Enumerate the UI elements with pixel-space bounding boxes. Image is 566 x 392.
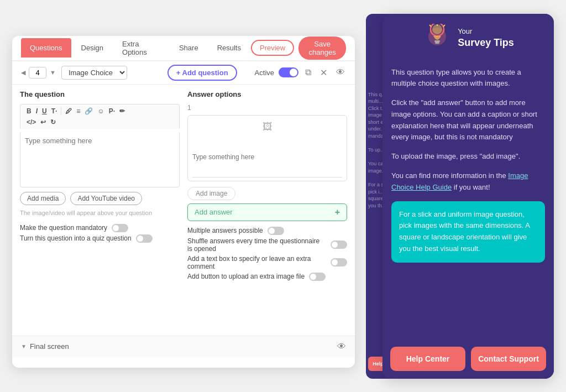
rich-link[interactable]: 🔗 <box>83 107 95 116</box>
add-youtube-button[interactable]: Add YouTube video <box>70 192 142 205</box>
editor-panel: Questions Design Extra Options Share Res… <box>12 36 355 368</box>
tips-body: This question type allows you to create … <box>382 59 554 339</box>
rich-bold[interactable]: B <box>25 107 33 116</box>
textbox-label: Add a text box to specify or leave an ex… <box>187 255 326 270</box>
tips-text-1: This question type allows you to create … <box>391 67 545 90</box>
eye-icon[interactable]: 👁 <box>334 66 347 79</box>
rich-code[interactable]: </> <box>25 118 38 127</box>
question-nav: ◀ ▼ <box>20 67 57 79</box>
question-section: The question B I U T· 🖊 ≡ 🔗 ☺ P· ✏ </> ↩ <box>20 90 180 330</box>
logo-icon <box>422 24 452 54</box>
rich-emoji[interactable]: ☺ <box>96 107 106 116</box>
editor-content: The question B I U T· 🖊 ≡ 🔗 ☺ P· ✏ </> ↩ <box>12 85 355 336</box>
svg-rect-6 <box>434 40 440 42</box>
answer-section-label: Answer options <box>187 90 347 98</box>
svg-rect-7 <box>435 42 439 44</box>
logo-pre: Your <box>458 27 514 36</box>
active-toggle[interactable] <box>279 67 298 77</box>
rich-align[interactable]: ≡ <box>75 107 82 116</box>
rich-text[interactable]: T· <box>50 107 59 116</box>
question-textarea[interactable] <box>20 132 180 187</box>
svg-line-5 <box>429 25 431 27</box>
editor-toolbar: ◀ ▼ Image Choice + Add question Active ⧉… <box>12 61 355 85</box>
rich-underline[interactable]: U <box>40 107 49 116</box>
save-button[interactable]: Save changes <box>298 36 346 60</box>
question-section-label: The question <box>20 90 180 98</box>
tab-results[interactable]: Results <box>208 38 250 58</box>
mandatory-label: Make the question mandatory <box>20 224 107 232</box>
answer-opt-shuffle: Shuffle answers every time the questionn… <box>187 237 347 253</box>
add-answer-button[interactable]: Add answer + <box>187 203 347 221</box>
add-answer-plus: + <box>335 207 340 217</box>
media-hint: The image/video will appear above your q… <box>20 210 180 216</box>
mandatory-toggle[interactable] <box>112 224 128 232</box>
final-screen-eye-icon[interactable]: 👁 <box>337 342 346 352</box>
options-row: Make the question mandatory Turn this qu… <box>20 224 180 243</box>
copy-icon[interactable]: ⧉ <box>303 66 313 79</box>
tips-panel: Your Survey Tips This question type allo… <box>382 14 554 379</box>
rich-toolbar: B I U T· 🖊 ≡ 🔗 ☺ P· ✏ </> ↩ ↻ <box>20 104 180 129</box>
rich-para[interactable]: P· <box>107 107 117 116</box>
question-type-select[interactable]: Image Choice <box>61 66 127 80</box>
tab-share[interactable]: Share <box>170 38 207 58</box>
mandatory-option: Make the question mandatory <box>20 224 180 232</box>
answer-num: 1 <box>187 104 347 112</box>
tab-questions[interactable]: Questions <box>21 38 71 58</box>
nav-arrow-right[interactable]: ▼ <box>49 68 57 77</box>
tips-header: Your Survey Tips <box>382 14 554 59</box>
rich-divider-1 <box>61 107 61 115</box>
shuffle-toggle[interactable] <box>331 241 347 249</box>
rich-italic[interactable]: I <box>34 107 39 116</box>
answer-opt-upload: Add button to upload an extra image file <box>187 273 347 281</box>
final-screen-bar: Final screen 👁 <box>12 336 355 357</box>
quiz-toggle[interactable] <box>136 234 153 243</box>
close-icon[interactable]: ✕ <box>318 66 329 79</box>
answer-section: Answer options 1 🖼 Add image Add answer … <box>187 90 347 330</box>
upload-label: Add button to upload an extra image file <box>187 273 305 280</box>
rich-undo[interactable]: ↩ <box>39 118 48 127</box>
quiz-label: Turn this question into a quiz question <box>20 234 132 242</box>
active-toggle-area: Active ⧉ ✕ 👁 <box>255 66 347 79</box>
quiz-option: Turn this question into a quiz question <box>20 234 180 243</box>
answer-opt-multiple: Multiple answers possible <box>187 227 347 235</box>
tips-text-4: You can find more information in the Ima… <box>391 170 545 194</box>
rich-pencil[interactable]: ✏ <box>118 107 127 116</box>
multiple-toggle[interactable] <box>268 227 284 235</box>
multiple-label: Multiple answers possible <box>187 227 263 234</box>
image-placeholder: 🖼 <box>192 119 342 135</box>
tab-extra-options[interactable]: Extra Options <box>113 36 169 62</box>
shuffle-label: Shuffle answers every time the questionn… <box>187 237 326 253</box>
logo-main: Survey Tips <box>458 36 514 49</box>
rich-color[interactable]: 🖊 <box>64 107 74 116</box>
add-answer-label: Add answer <box>195 208 233 216</box>
help-center-button[interactable]: Help Center <box>390 347 465 371</box>
question-number-input[interactable] <box>29 67 46 79</box>
tips-highlight: For a slick and uniform image question, … <box>391 201 545 263</box>
add-question-button[interactable]: + Add question <box>167 65 237 81</box>
nav-arrow-left[interactable]: ◀ <box>20 68 27 77</box>
textbox-toggle[interactable] <box>331 258 347 266</box>
answer-opt-textbox: Add a text box to specify or leave an ex… <box>187 255 347 270</box>
tab-design[interactable]: Design <box>72 38 112 58</box>
logo-text: Your Survey Tips <box>458 27 514 49</box>
answer-text-input[interactable] <box>192 138 342 177</box>
svg-line-4 <box>443 25 445 27</box>
tips-text-2: Click the "add answer" button to add mor… <box>391 97 545 143</box>
active-label: Active <box>255 69 274 77</box>
upload-toggle[interactable] <box>309 273 326 281</box>
tips-text-3: To upload the image, press "add image". <box>391 151 545 163</box>
preview-button[interactable]: Preview <box>251 40 294 56</box>
add-media-button[interactable]: Add media <box>20 192 66 205</box>
tab-actions: Preview Save changes <box>251 36 346 60</box>
add-image-button[interactable]: Add image <box>187 187 235 200</box>
editor-tabs: Questions Design Extra Options Share Res… <box>12 36 355 61</box>
contact-support-button[interactable]: Contact Support <box>471 347 546 371</box>
final-screen-label: Final screen <box>21 342 69 351</box>
answer-option-box: 🖼 <box>187 115 347 181</box>
tips-footer: Help Center Contact Support <box>382 339 554 379</box>
media-buttons: Add media Add YouTube video <box>20 192 180 205</box>
rich-redo[interactable]: ↻ <box>49 118 57 127</box>
answer-options-list: Multiple answers possible Shuffle answer… <box>187 227 347 281</box>
